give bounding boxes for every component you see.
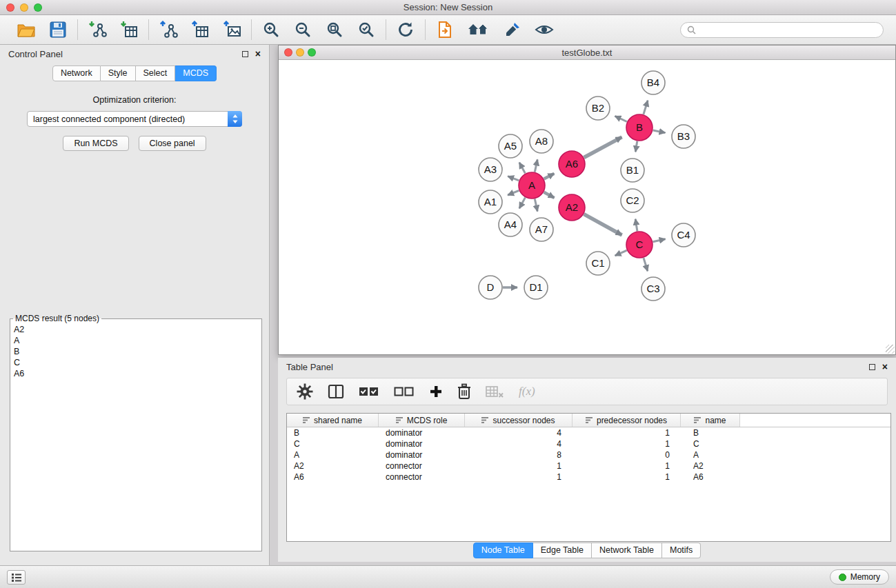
zoom-fit-icon[interactable] [324,19,345,40]
node-A6[interactable]: A6 [559,151,585,177]
result-item[interactable]: C [14,357,258,368]
optimization-dropdown[interactable]: largest connected component (directed) [27,111,242,127]
table-row[interactable]: A2connector11A2 [287,460,890,472]
result-item[interactable]: A6 [14,368,258,379]
node-D[interactable]: D [479,276,502,299]
edge-A6-B[interactable] [584,137,622,158]
run-mcds-button[interactable]: Run MCDS [63,136,128,151]
delete-column-trash-icon[interactable] [457,383,471,400]
float-table-panel-icon[interactable] [869,364,875,370]
edge-A-A4[interactable] [519,198,526,209]
close-window-button[interactable] [6,3,14,12]
node-C[interactable]: C [626,232,653,258]
import-table-icon[interactable] [119,19,139,40]
table-row[interactable]: Bdominator41B [287,427,890,438]
edge-B-B2[interactable] [615,116,627,121]
edge-B-B4[interactable] [644,101,648,114]
node-A[interactable]: A [519,172,545,199]
tab-style[interactable]: Style [101,65,136,81]
node-A1[interactable]: A1 [479,190,502,214]
edge-A-A3[interactable] [508,176,519,181]
show-hide-eye-icon[interactable] [534,19,555,40]
zoom-selected-icon[interactable] [356,19,377,40]
node-A4[interactable]: A4 [499,213,522,236]
node-D1[interactable]: D1 [524,276,548,299]
edge-A-A2[interactable] [544,192,555,198]
close-panel-button[interactable]: Close panel [139,136,206,151]
float-panel-icon[interactable] [242,51,248,57]
close-table-panel-icon[interactable]: × [882,363,888,371]
import-network-icon[interactable] [87,19,108,40]
refresh-icon[interactable] [395,19,416,40]
export-table-icon[interactable] [190,19,210,40]
edge-A2-C[interactable] [584,214,622,235]
minimize-window-button[interactable] [20,3,28,12]
edge-A-A6[interactable] [544,174,555,179]
open-folder-icon[interactable] [16,19,37,40]
node-B2[interactable]: B2 [586,97,610,120]
column-header-predecessor-nodes[interactable]: predecessor nodes [573,414,681,427]
save-icon[interactable] [48,19,68,40]
resize-grip[interactable] [886,345,895,354]
table-row[interactable]: Adominator80A [287,449,890,460]
edge-C-C3[interactable] [644,258,648,271]
node-B4[interactable]: B4 [641,71,665,94]
table-row[interactable]: Cdominator41C [287,438,890,449]
edge-A-A7[interactable] [535,199,537,212]
deselect-all-icon[interactable] [394,385,415,398]
search-input[interactable] [699,25,877,34]
edge-A-A1[interactable] [508,190,519,195]
panels-menu-button[interactable] [7,570,26,585]
table-row[interactable]: A6connector11A6 [287,472,890,483]
result-item[interactable]: A2 [14,324,258,335]
export-image-icon[interactable] [221,19,242,40]
node-A2[interactable]: A2 [559,194,585,221]
node-C2[interactable]: C2 [621,189,644,212]
edge-B-B1[interactable] [635,141,637,152]
table-settings-gear-icon[interactable] [297,383,313,400]
node-C4[interactable]: C4 [672,223,695,247]
network-window-titlebar[interactable]: testGlobe.txt [279,45,895,60]
column-header-successor-nodes[interactable]: successor nodes [465,414,573,427]
network-minimize-button[interactable] [296,48,304,57]
node-A8[interactable]: A8 [530,130,553,153]
node-B1[interactable]: B1 [621,159,644,182]
edge-A-A8[interactable] [535,159,537,172]
tab-edge-table[interactable]: Edge Table [533,543,592,558]
node-B[interactable]: B [626,114,653,141]
edge-A-A5[interactable] [519,163,526,174]
edge-B-B3[interactable] [653,130,666,133]
column-header-name[interactable]: name [681,414,740,427]
edge-C-C2[interactable] [635,219,637,232]
tab-node-table[interactable]: Node Table [473,543,533,558]
window-titlebar[interactable]: Session: New Session [0,0,896,15]
zoom-out-icon[interactable] [292,19,313,40]
node-A3[interactable]: A3 [479,158,502,181]
edge-C-C1[interactable] [615,250,627,256]
tab-select[interactable]: Select [136,65,176,81]
node-A5[interactable]: A5 [499,134,522,158]
add-column-icon[interactable] [429,385,443,398]
tab-network-table[interactable]: Network Table [592,543,662,558]
style-apply-icon[interactable] [502,19,523,40]
home-icon[interactable] [466,19,491,40]
network-maximize-button[interactable] [308,48,316,57]
column-header-shared-name[interactable]: shared name [287,414,379,427]
dropdown-stepper-icon[interactable] [228,111,242,127]
node-C1[interactable]: C1 [586,252,610,275]
node-C3[interactable]: C3 [641,277,665,301]
maximize-window-button[interactable] [34,3,42,12]
tab-network[interactable]: Network [52,65,101,81]
network-document-icon[interactable] [435,19,455,40]
tab-motifs[interactable]: Motifs [662,543,701,558]
network-close-button[interactable] [284,48,292,57]
show-columns-icon[interactable] [328,384,344,399]
result-item[interactable]: A [14,335,258,346]
export-network-icon[interactable] [158,19,179,40]
memory-button[interactable]: Memory [830,569,889,585]
search-box[interactable] [680,22,884,38]
network-canvas[interactable]: B4B2BB3A8A5A6A3B1AC2A1A2A4A7C4CC1DD1C3 [279,60,895,354]
tab-mcds[interactable]: MCDS [175,65,217,81]
result-item[interactable]: B [14,346,258,357]
close-panel-icon[interactable]: × [255,50,261,58]
